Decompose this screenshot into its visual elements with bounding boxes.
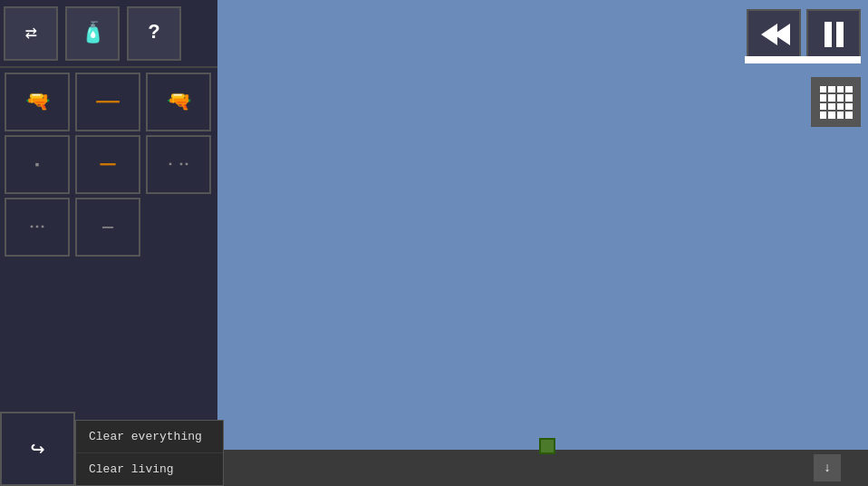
pause-button[interactable] [806,9,861,59]
progress-container [745,56,861,63]
download-icon: ↓ [824,461,831,475]
grid-icon [820,86,853,119]
context-menu: Clear everything Clear living [75,420,224,486]
bottom-right-icon[interactable]: ↓ [814,454,841,481]
weapon-icon-7: ▪▪▪ [29,222,45,232]
rewind-button[interactable] [747,9,801,59]
weapon-cell-8[interactable]: ━━ [75,198,140,257]
swap-icon: ⇄ [24,21,36,45]
weapon-cell-4[interactable]: ▪ [5,135,70,194]
grid-toggle-button[interactable] [811,77,861,127]
weapon-icon-8: ━━ [102,222,113,233]
ground-bar [217,450,868,486]
help-tool-button[interactable]: ? [127,6,181,61]
weapon-icon-2: ━━━ [96,94,119,110]
game-object [539,438,555,454]
swap-tool-button[interactable]: ⇄ [4,6,58,61]
item2-tool-button[interactable]: 🧴 [65,6,120,61]
weapon-cell-5[interactable]: ━━ [75,135,140,194]
bottle-icon: 🧴 [81,21,105,45]
weapon-icon-1: 🔫 [25,90,50,114]
weapon-cell-2[interactable]: ━━━ [75,73,140,131]
weapon-icon-5: ━━ [101,157,116,172]
exit-icon: ↪ [31,434,45,463]
weapon-icon-3: 🔫 [167,90,191,114]
weapon-cell-3[interactable]: 🔫 [146,73,211,131]
rewind-icon [761,24,786,45]
weapon-cell-6[interactable]: ▪ ▪▪ [146,135,211,194]
exit-button[interactable]: ↪ [0,412,75,486]
clear-living-item[interactable]: Clear living [76,453,223,485]
pause-icon [825,22,844,47]
weapon-icon-4: ▪ [34,158,41,172]
weapon-grid: 🔫 ━━━ 🔫 ▪ ━━ ▪ ▪▪ ▪▪▪ ━━ [0,68,217,261]
clear-everything-item[interactable]: Clear everything [76,421,223,453]
weapon-cell-7[interactable]: ▪▪▪ [5,198,70,257]
help-icon: ? [148,22,159,44]
weapon-icon-6: ▪ ▪▪ [168,160,189,170]
weapon-cell-1[interactable]: 🔫 [5,73,70,131]
toolbar: ⇄ 🧴 ? [0,0,217,68]
progress-bar [745,56,861,63]
